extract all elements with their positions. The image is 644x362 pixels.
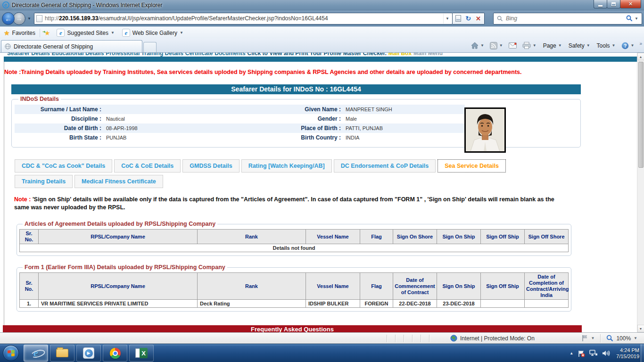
column-header: Sign Off Ship <box>481 273 525 300</box>
tab-medical-fitness-certificate[interactable]: Medical Fitness Certificate <box>74 175 163 188</box>
field-value: 08-APR-1998 <box>105 125 275 131</box>
compatibility-view-button[interactable] <box>454 14 463 24</box>
show-desktop-button[interactable] <box>641 344 644 362</box>
taskbar: e ▶ X ▲ 4:24 PM 7/15/2019 <box>0 344 644 362</box>
search-icon <box>497 16 503 22</box>
tab-cdc-coc-as-cook-details[interactable]: CDC & "CoC as Cook" Details <box>15 159 112 173</box>
print-button[interactable]: ▼ <box>520 40 539 51</box>
taskbar-windows-explorer[interactable] <box>50 345 74 362</box>
search-dropdown-icon[interactable]: ▼ <box>633 16 640 21</box>
tools-menu-button[interactable]: Tools▼ <box>594 40 618 51</box>
portrait-image <box>466 109 504 151</box>
start-button[interactable] <box>3 345 19 361</box>
favorites-star-icon: ★ <box>4 29 10 37</box>
column-header: Sr. No. <box>20 230 39 244</box>
scrollbar-thumb[interactable] <box>638 62 644 168</box>
taskbar-media-player[interactable]: ▶ <box>76 345 101 362</box>
favorites-button[interactable]: Favorites <box>12 30 35 36</box>
action-center-icon[interactable] <box>578 350 585 357</box>
scroll-up-button[interactable]: ▲ <box>637 53 644 60</box>
new-tab-stub[interactable] <box>143 42 157 52</box>
help-button[interactable]: ? ▼ <box>619 40 637 51</box>
menu-item-certificate[interactable]: Certificate <box>185 53 213 57</box>
field-label: Given Name : <box>275 106 345 113</box>
address-input[interactable]: http://220.156.189.33/esamudraUI/jsp/exa… <box>34 13 453 25</box>
taskbar-excel[interactable]: X <box>129 345 154 362</box>
chevron-down-icon[interactable]: ▼ <box>180 31 183 35</box>
printer-icon <box>522 42 531 49</box>
overflow-chevron-icon[interactable]: » <box>637 41 642 50</box>
back-button[interactable]: ← <box>2 12 15 25</box>
taskbar-internet-explorer[interactable]: e <box>24 345 48 362</box>
field-label: Surname / Last Name : <box>15 106 105 113</box>
empty-row: Details not found <box>20 244 569 252</box>
seafarer-photo <box>464 107 506 153</box>
field-label: Place of Birth : <box>275 125 345 132</box>
web-slice-gallery-button[interactable]: Web Slice Gallery <box>132 30 177 36</box>
page-icon <box>36 15 42 22</box>
url-text[interactable]: http://220.156.189.33/esamudraUI/jsp/exa… <box>45 15 443 22</box>
read-mail-button[interactable] <box>506 40 519 51</box>
menu-item-view-print-profile[interactable]: Click to View and Print Your Profile <box>248 53 341 57</box>
tab-rating-watch-keeping-ab[interactable]: Rating [Watch Keeping/AB] <box>241 159 332 173</box>
tab-gmdss-details[interactable]: GMDSS Details <box>182 159 239 173</box>
column-header: Rank <box>198 273 306 300</box>
menu-item-seafarer-details[interactable]: Seafarer Details <box>7 53 50 57</box>
form1-fieldset: Form 1 (Earlier Form IIIA) Details uploa… <box>17 264 571 312</box>
volume-icon[interactable] <box>602 350 610 357</box>
status-right-cluster: ▼ 100% ▼ <box>582 334 637 343</box>
faq-bar[interactable]: Frequently Asked Questions <box>3 325 582 332</box>
safety-menu-button[interactable]: Safety▼ <box>565 40 593 51</box>
taskbar-clock[interactable]: 4:24 PM 7/15/2019 <box>616 347 639 360</box>
tab-training-details[interactable]: Training Details <box>15 175 73 188</box>
page-menu-button[interactable]: Page▼ <box>540 40 564 51</box>
column-header: Sign On Ship <box>437 273 481 300</box>
detail-tabs: CDC & "CoC as Cook" Details CoC & CoE De… <box>15 159 507 188</box>
refresh-button[interactable]: ↻ <box>463 14 473 24</box>
minimize-button[interactable] <box>594 0 607 8</box>
url-dropdown-icon[interactable]: ▼ <box>443 14 451 24</box>
scroll-down-button[interactable]: ▼ <box>637 325 644 332</box>
history-dropdown-icon[interactable]: ▼ <box>27 16 31 21</box>
vertical-scrollbar[interactable]: ▲ ▼ <box>637 53 644 332</box>
tab-directorate-general-of-shipping[interactable]: Directorate General of Shipping <box>1 40 142 52</box>
tab-sea-service-details[interactable]: Sea Service Details <box>438 159 506 173</box>
page-viewport: Seafarer Details Educational Details Pro… <box>0 53 644 332</box>
suggested-sites-button[interactable]: Suggested Sites <box>67 30 108 36</box>
taskbar-chrome[interactable] <box>103 345 127 362</box>
zoom-level[interactable]: 100% <box>616 335 631 342</box>
chevron-down-icon[interactable]: ▼ <box>111 31 115 35</box>
forward-button[interactable]: → <box>13 12 25 25</box>
chevron-down-icon[interactable]: ▼ <box>591 336 594 340</box>
indos-row: Surname / Last Name : Given Name : MANPR… <box>15 105 465 114</box>
menu-item-master-checker[interactable]: Master Checker. <box>343 53 387 57</box>
menu-item-mail-box[interactable]: Mail Box <box>388 53 412 57</box>
cell-company: VR MARITIME SERVICES PRIVATE LIMITED <box>39 300 198 308</box>
menu-item-professional-training-details[interactable]: Professional Training Details <box>106 53 183 57</box>
network-icon[interactable] <box>589 350 598 357</box>
search-go-icon[interactable] <box>626 15 633 22</box>
close-button[interactable]: ✕ <box>620 0 641 8</box>
tab-dc-endorsement-cop-details[interactable]: DC Endorsement & CoP Details <box>334 159 436 173</box>
page-left-border <box>4 62 4 332</box>
favorites-bar: ★ Favorites ★ e Suggested Sites ▼ e Web … <box>0 26 644 39</box>
site-menu-bar <box>4 57 637 62</box>
menu-item-documents[interactable]: Documents <box>215 53 245 57</box>
zone-text: Internet | Protected Mode: On <box>460 335 535 342</box>
maximize-button[interactable] <box>607 0 620 8</box>
menu-item-main-menu[interactable]: Main Menu <box>413 53 443 57</box>
stop-button[interactable]: ✕ <box>473 14 483 24</box>
feeds-button[interactable]: ▼ <box>487 40 505 51</box>
tray-expand-icon[interactable]: ▲ <box>570 351 573 355</box>
add-to-favorites-icon[interactable]: ★ <box>44 29 50 37</box>
search-input[interactable]: Bing ▼ <box>493 13 642 25</box>
note-text: 'Sign on Ship' details will be available… <box>14 196 554 211</box>
field-label: Birth Country : <box>275 134 345 141</box>
tab-coc-coe-details[interactable]: CoC & CoE Details <box>114 159 181 173</box>
column-header: Vessel Name <box>306 230 360 244</box>
privacy-flag-icon[interactable] <box>582 335 588 342</box>
menu-item-educational-details[interactable]: Educational Details <box>52 53 104 57</box>
home-button[interactable]: ▼ <box>469 40 487 51</box>
zoom-dropdown-icon[interactable]: ▼ <box>634 336 637 340</box>
chrome-icon <box>110 348 121 359</box>
